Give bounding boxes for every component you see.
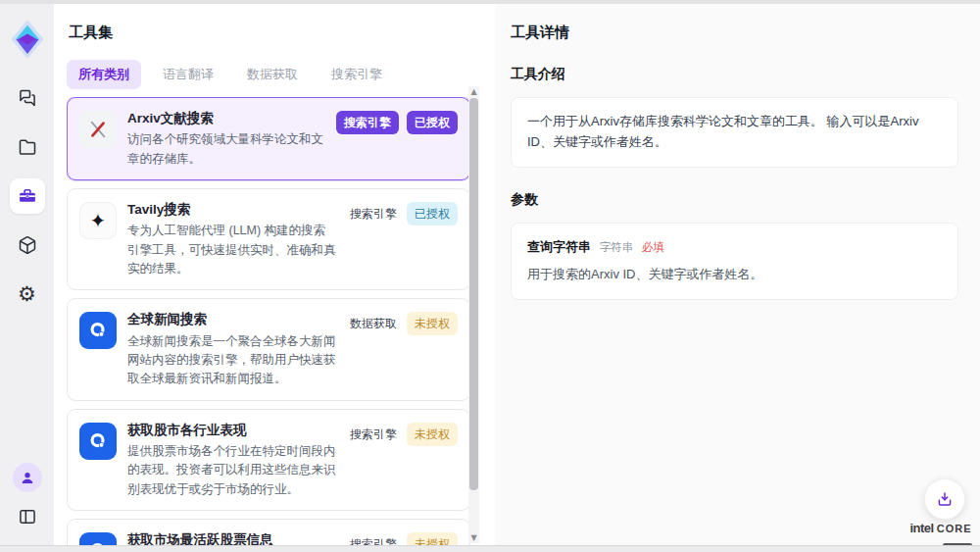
intro-text: 一个用于从Arxiv存储库搜索科学论文和文章的工具。 输入可以是Arxiv ID… xyxy=(527,114,918,149)
download-button[interactable] xyxy=(924,478,965,520)
category-badge: 数据获取 xyxy=(348,312,399,335)
param-card: 查询字符串 字符串 必填 用于搜索的Arxiv ID、关键字或作者姓名。 xyxy=(511,223,958,301)
user-avatar[interactable] xyxy=(13,463,42,492)
settings-gear-icon[interactable]: ⚙ xyxy=(10,276,45,312)
detail-title: 工具详情 xyxy=(511,24,958,42)
params-heading: 参数 xyxy=(511,191,958,209)
intel-wordmark: intel xyxy=(909,521,933,535)
tool-description: 专为人工智能代理 (LLM) 构建的搜索引擎工具，可快速提供实时、准确和真实的结… xyxy=(127,222,337,278)
tool-card-tavily[interactable]: ✦ Tavily搜索 专为人工智能代理 (LLM) 构建的搜索引擎工具，可快速提… xyxy=(67,188,470,290)
tool-card-sector-performance[interactable]: 获取股市各行业表现 提供股票市场各个行业在特定时间段内的表现。投资者可以利用这些… xyxy=(67,409,470,511)
param-required-flag: 必填 xyxy=(642,241,664,253)
blue-q-logo-icon xyxy=(79,423,117,460)
category-badge: 搜索引擎 xyxy=(348,202,399,226)
auth-status-badge: 未授权 xyxy=(407,312,458,335)
param-name: 查询字符串 xyxy=(527,239,591,254)
tool-name: Tavily搜索 xyxy=(127,200,337,220)
tool-detail-panel: 工具详情 工具介绍 一个用于从Arxiv存储库搜索科学论文和文章的工具。 输入可… xyxy=(495,4,980,545)
app-window: ⚙ 工具集 所有类别 语言翻译 数据获取 搜索引擎 xyxy=(0,0,980,552)
intro-heading: 工具介绍 xyxy=(511,66,958,83)
tool-card-arxiv[interactable]: Arxiv文献搜索 访问各个研究领域大量科学论文和文章的存储库。 搜索引擎 已授… xyxy=(67,97,470,180)
toolbox-icon[interactable] xyxy=(10,178,45,214)
tool-description: 全球新闻搜索是一个聚合全球各大新闻网站内容的搜索引擎，帮助用户快速获取全球最新资… xyxy=(127,332,337,389)
auth-status-badge: 未授权 xyxy=(407,423,458,446)
param-description: 用于搜索的Arxiv ID、关键字或作者姓名。 xyxy=(527,265,942,285)
tab-all-categories[interactable]: 所有类别 xyxy=(67,60,141,89)
app-logo-icon xyxy=(6,16,49,63)
auth-status-badge: 已授权 xyxy=(407,202,458,226)
folder-icon[interactable] xyxy=(10,129,45,165)
tab-search-engine[interactable]: 搜索引擎 xyxy=(319,60,394,89)
list-scrollbar[interactable]: ▲ ▼ xyxy=(468,86,479,543)
auth-status-badge: 已授权 xyxy=(407,111,458,134)
scrollbar-up-arrow[interactable]: ▲ xyxy=(468,86,479,97)
tab-language-translation[interactable]: 语言翻译 xyxy=(151,60,225,89)
blue-q-logo-icon xyxy=(79,312,117,349)
icon-rail: ⚙ xyxy=(0,4,54,545)
category-badge: 搜索引擎 xyxy=(348,423,399,446)
toolset-title: 工具集 xyxy=(69,24,495,42)
cube-icon[interactable] xyxy=(10,227,45,263)
tool-description: 访问各个研究领域大量科学论文和文章的存储库。 xyxy=(127,130,325,169)
window-bottom-edge xyxy=(0,545,980,552)
param-type: 字符串 xyxy=(600,241,634,253)
category-badge: 搜索引擎 xyxy=(336,111,399,134)
tool-name: Arxiv文献搜索 xyxy=(127,109,325,128)
panel-toggle-icon[interactable] xyxy=(13,502,42,531)
toolset-panel: 工具集 所有类别 语言翻译 数据获取 搜索引擎 Arxiv文献搜索 访问各个研究… xyxy=(54,4,495,545)
intro-card: 一个用于从Arxiv存储库搜索科学论文和文章的工具。 输入可以是Arxiv ID… xyxy=(511,97,958,168)
scrollbar-down-arrow[interactable]: ▼ xyxy=(468,532,479,543)
tool-description: 提供股票市场各个行业在特定时间段内的表现。投资者可以利用这些信息来识别表现优于或… xyxy=(127,442,337,499)
chat-icon[interactable] xyxy=(10,80,45,116)
arxiv-logo-icon xyxy=(79,111,117,148)
tool-name: 获取股市各行业表现 xyxy=(127,421,337,440)
core-wordmark: core xyxy=(937,523,972,534)
param-header: 查询字符串 字符串 必填 xyxy=(527,237,942,258)
tool-card-global-news[interactable]: 全球新闻搜索 全球新闻搜索是一个聚合全球各大新闻网站内容的搜索引擎，帮助用户快速… xyxy=(67,298,470,400)
tool-name: 全球新闻搜索 xyxy=(127,310,337,329)
scrollbar-thumb[interactable] xyxy=(469,98,478,490)
tool-list: Arxiv文献搜索 访问各个研究领域大量科学论文和文章的存储库。 搜索引擎 已授… xyxy=(67,97,470,550)
category-tabs: 所有类别 语言翻译 数据获取 搜索引擎 xyxy=(67,60,495,89)
tab-data-fetch[interactable]: 数据获取 xyxy=(235,60,310,89)
tavily-star-icon: ✦ xyxy=(79,202,117,239)
